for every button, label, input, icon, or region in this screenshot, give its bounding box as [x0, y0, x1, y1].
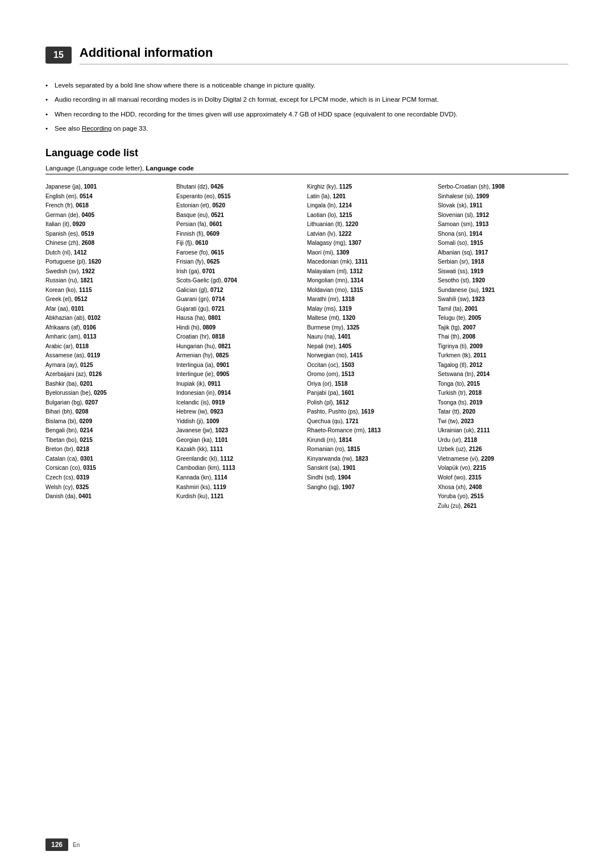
- bullet-1: Levels separated by a bold line show whe…: [45, 81, 569, 90]
- section-title: Additional information: [80, 45, 569, 65]
- page: 15 Additional information Levels separat…: [0, 0, 614, 868]
- section-header: 15 Additional information: [45, 45, 569, 65]
- bullet-3: When recording to the HDD, recording for…: [45, 110, 569, 119]
- page-footer: 126 En: [45, 838, 80, 851]
- lang-col-1: Japanese (ja), 1001English (en), 0514Fre…: [45, 182, 176, 511]
- lang-header: Language (Language code letter), Languag…: [45, 165, 569, 174]
- lang-col-3: Kirghiz (ky), 1125Latin (la), 1201Lingal…: [307, 182, 438, 511]
- lang-section-title: Language code list: [45, 147, 569, 159]
- lang-col-4: Serbo-Croatian (sh), 1908Sinhalese (si),…: [438, 182, 569, 511]
- lang-header-bold: Language code: [146, 165, 193, 172]
- bullet-list: Levels separated by a bold line show whe…: [45, 81, 569, 133]
- page-lang: En: [73, 842, 80, 848]
- bullet-2: Audio recording in all manual recording …: [45, 95, 569, 105]
- section-number: 15: [45, 47, 72, 64]
- page-number: 126: [45, 838, 68, 851]
- lang-columns: Japanese (ja), 1001English (en), 0514Fre…: [45, 182, 569, 511]
- lang-col-2: Bhutani (dz), 0426Esperanto (eo), 0515Es…: [176, 182, 307, 511]
- bullet-4: See also Recording on page 33.: [45, 124, 569, 133]
